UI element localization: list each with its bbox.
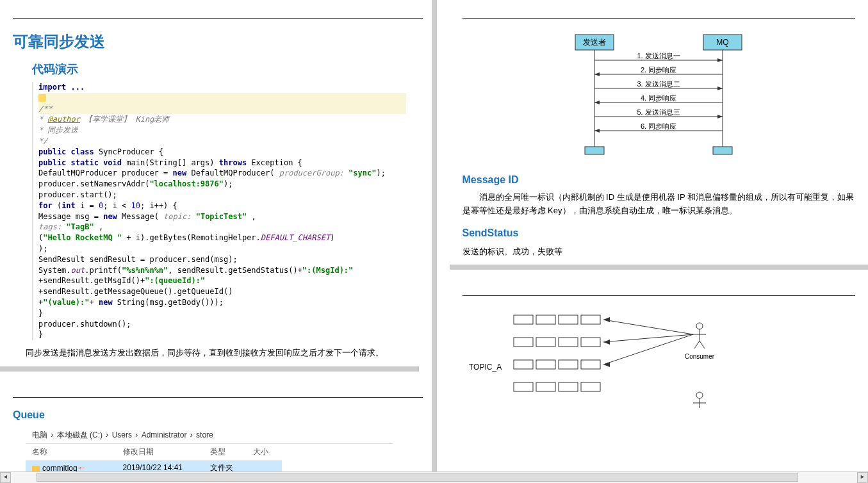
code-line: producer.shutdown();	[38, 320, 131, 329]
code-line: * 同步发送	[38, 126, 78, 135]
horizontal-scrollbar[interactable]: ◄ ►	[0, 471, 868, 483]
col-name[interactable]: 名称	[26, 444, 117, 461]
col-type[interactable]: 类型	[204, 444, 247, 461]
svg-rect-22	[514, 338, 533, 347]
code-line: , sendResult.getSendStatus()+	[168, 266, 302, 275]
svg-rect-33	[581, 382, 600, 391]
scroll-right-button[interactable]: ►	[857, 472, 868, 483]
seq-message: 4. 同步响应	[641, 94, 676, 102]
column-divider	[432, 0, 437, 483]
svg-marker-15	[594, 129, 600, 133]
svg-marker-5	[717, 58, 723, 62]
svg-rect-29	[581, 360, 600, 369]
svg-point-34	[696, 323, 703, 329]
seq-message: 3. 发送消息二	[637, 80, 680, 88]
svg-rect-26	[514, 360, 533, 369]
svg-marker-7	[594, 72, 600, 76]
code-line: "Hello RocketMQ "	[43, 233, 122, 242]
code-line: }	[38, 309, 43, 318]
code-line: +sendResult.getMsgId()+	[38, 276, 145, 285]
topic-diagram: TOPIC_A Consumer	[463, 309, 856, 413]
code-line: System.	[38, 266, 71, 275]
svg-line-38	[700, 341, 705, 348]
breadcrumb[interactable]: 电脑 › 本地磁盘 (C:) › Users › Administrator ›…	[26, 427, 393, 444]
code-line: Message msg =	[38, 212, 103, 221]
svg-line-44	[603, 334, 693, 342]
code-line: "sync"	[348, 168, 376, 177]
scroll-thumb[interactable]	[37, 473, 798, 482]
code-line: int	[61, 201, 76, 210]
breadcrumb-item[interactable]: Administrator	[142, 430, 187, 439]
code-line: (	[53, 201, 61, 210]
row-divider	[0, 366, 419, 372]
description-text: 同步发送是指消息发送方发出数据后，同步等待，直到收到接收方发回响应之后才发下一个…	[26, 347, 406, 360]
svg-line-42	[603, 320, 693, 334]
svg-rect-17	[713, 147, 732, 154]
code-line: out	[71, 266, 85, 275]
code-line: );	[376, 168, 385, 177]
svg-rect-19	[536, 315, 555, 324]
seq-sender: 发送者	[583, 38, 606, 47]
consumer-label: Consumer	[684, 353, 714, 360]
code-line: ; i++) {	[140, 201, 177, 210]
breadcrumb-item[interactable]: Users	[112, 430, 132, 439]
code-line: +	[89, 298, 98, 307]
code-line: String(msg.getBody()));	[113, 298, 224, 307]
col-size[interactable]: 大小	[247, 444, 282, 461]
seq-mq: MQ	[717, 38, 729, 47]
svg-marker-11	[594, 101, 600, 104]
svg-rect-30	[514, 382, 533, 391]
queue-title: Queue	[13, 409, 406, 421]
svg-rect-23	[536, 338, 555, 347]
code-line: }	[38, 330, 43, 339]
code-line: DefaultMQProducer producer =	[38, 168, 173, 177]
seq-message: 1. 发送消息一	[637, 52, 680, 60]
code-line: Message(	[117, 212, 163, 221]
code-line: 【享学课堂】 King老师	[80, 115, 169, 124]
code-line: ":(MsgId):"	[302, 266, 353, 275]
svg-marker-43	[603, 317, 610, 322]
code-line: SyncProducer {	[94, 147, 163, 156]
topic-label: TOPIC_A	[469, 363, 502, 372]
svg-rect-25	[581, 338, 600, 347]
code-line: SendResult sendResult = producer.send(ms…	[38, 255, 238, 264]
svg-rect-24	[559, 338, 578, 347]
code-line: i =	[76, 201, 99, 210]
code-line: producer.setNamesrvAddr(	[38, 179, 149, 188]
col-date[interactable]: 修改日期	[117, 444, 204, 461]
code-line: DEFAULT_CHARSET	[261, 233, 330, 242]
sub-title: 代码演示	[32, 61, 406, 77]
svg-rect-28	[559, 360, 578, 369]
svg-rect-32	[559, 382, 578, 391]
code-line: */	[38, 136, 47, 145]
msgid-title: Message ID	[463, 174, 856, 186]
svg-rect-16	[585, 147, 604, 154]
breadcrumb-item[interactable]: store	[196, 430, 213, 439]
svg-line-46	[603, 334, 693, 364]
svg-rect-20	[559, 315, 578, 324]
code-line: tags:	[38, 222, 61, 231]
code-block: import ... /** * @author 【享学课堂】 King老师 *…	[32, 82, 406, 340]
code-line: /**	[38, 104, 53, 113]
code-line: producerGroup:	[279, 168, 344, 177]
scroll-track[interactable]	[11, 472, 857, 483]
code-line: producer.start();	[38, 190, 117, 199]
code-line: DefaultMQProducer(	[186, 168, 279, 177]
scroll-left-button[interactable]: ◄	[0, 472, 11, 483]
code-line: )	[330, 233, 334, 242]
breadcrumb-item[interactable]: 本地磁盘 (C:)	[57, 430, 102, 439]
code-line: + i).getBytes(RemotingHelper.	[122, 233, 261, 242]
code-line: ,	[247, 212, 256, 221]
code-line: Exception {	[247, 158, 302, 167]
code-line: "%s%n%n%n"	[122, 266, 168, 275]
code-line: ; i <	[103, 201, 131, 210]
code-line: import ...	[38, 83, 85, 92]
msgid-text: 消息的全局唯一标识（内部机制的 ID 生成是使用机器 IP 和消息偏移量的组成，…	[463, 191, 856, 218]
svg-marker-47	[603, 362, 610, 367]
code-line: topic:	[163, 212, 191, 221]
row-divider	[450, 265, 869, 270]
code-line: .printf(	[85, 266, 122, 275]
divider	[13, 397, 423, 398]
code-line: public class	[38, 147, 94, 156]
breadcrumb-item[interactable]: 电脑	[32, 430, 47, 439]
